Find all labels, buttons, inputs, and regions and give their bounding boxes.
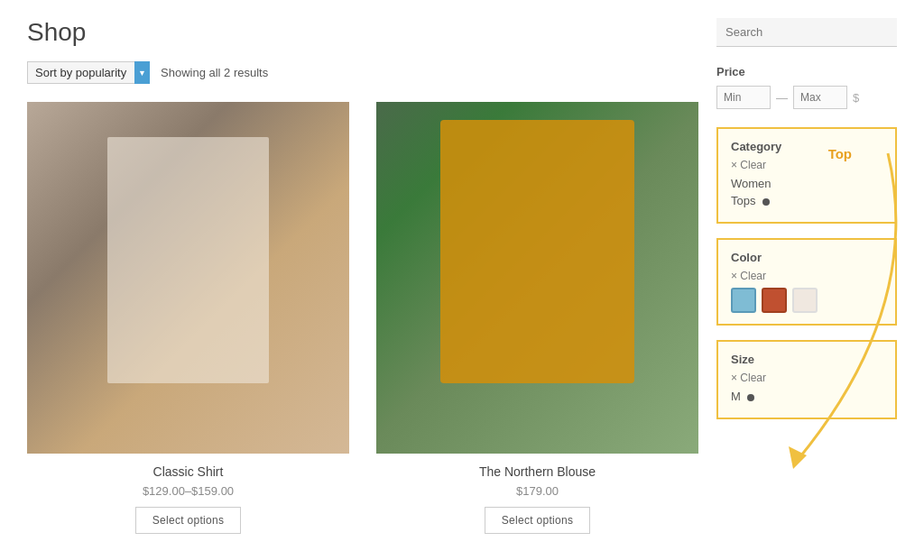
price-section: Price — $	[716, 65, 897, 109]
sort-select[interactable]: Sort by popularity	[27, 61, 150, 84]
select-options-button-1[interactable]: Select options	[135, 507, 242, 534]
price-dash: —	[776, 91, 788, 105]
page-title: Shop	[27, 18, 698, 47]
price-currency: $	[853, 91, 859, 105]
product-image-wrapper-2	[376, 102, 698, 454]
sort-bar: Sort by popularity Showing all 2 results	[27, 61, 698, 84]
product-price-2: $179.00	[516, 484, 559, 498]
product-name-2: The Northern Blouse	[479, 464, 596, 479]
price-label: Price	[716, 65, 897, 78]
annotation-arrow	[744, 126, 924, 487]
price-min-input[interactable]	[716, 86, 771, 109]
price-range: — $	[716, 86, 897, 109]
search-input[interactable]	[716, 18, 897, 47]
product-card: The Northern Blouse $179.00 Select optio…	[376, 102, 698, 534]
sort-select-wrapper[interactable]: Sort by popularity	[27, 61, 150, 84]
price-max-input[interactable]	[793, 86, 847, 109]
product-name: Classic Shirt	[153, 464, 224, 479]
svg-marker-0	[789, 446, 807, 469]
product-grid: Classic Shirt $129.00–$159.00 Select opt…	[27, 102, 698, 534]
sidebar: Price — $ Category × Clear Women Tops Co…	[716, 18, 897, 534]
product-image-2	[376, 102, 698, 454]
product-image-wrapper	[27, 102, 349, 454]
showing-text: Showing all 2 results	[161, 66, 268, 79]
select-options-button-2[interactable]: Select options	[485, 507, 591, 534]
product-card: Classic Shirt $129.00–$159.00 Select opt…	[27, 102, 349, 534]
product-image-1	[27, 102, 349, 454]
product-price: $129.00–$159.00	[143, 484, 234, 498]
